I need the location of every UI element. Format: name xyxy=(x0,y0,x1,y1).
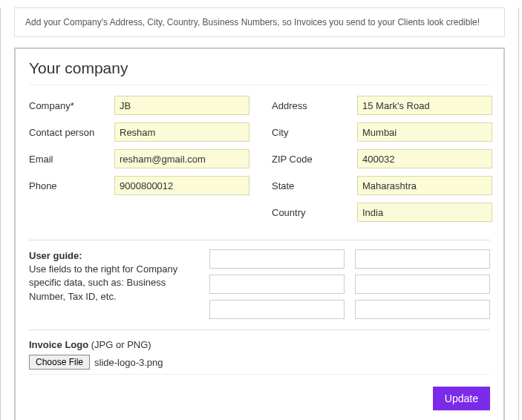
separator-1 xyxy=(29,240,490,240)
logo-label-bold: Invoice Logo xyxy=(29,339,88,350)
left-column: Company* Contact person Email Phone xyxy=(29,96,249,229)
address-row: Address xyxy=(272,96,492,115)
logo-label-rest: (JPG or PNG) xyxy=(88,339,151,350)
country-label: Country xyxy=(272,207,357,218)
email-label: Email xyxy=(29,154,114,165)
contact-person-label: Contact person xyxy=(29,127,114,138)
contact-person-row: Contact person xyxy=(29,122,249,142)
extra-row-3 xyxy=(209,300,490,319)
extra-row-1 xyxy=(209,249,490,269)
user-guide-text: User guide: Use fields to the right for … xyxy=(29,249,187,319)
extra-row-2 xyxy=(209,275,490,294)
phone-input[interactable] xyxy=(114,176,249,195)
form-grid: Company* Contact person Email Phone xyxy=(29,96,490,229)
state-label: State xyxy=(272,180,357,191)
page-container: Add your Company's Address, City, Countr… xyxy=(0,7,519,420)
state-row: State xyxy=(272,176,492,195)
user-guide-row: User guide: Use fields to the right for … xyxy=(29,249,490,319)
panel-title: Your company xyxy=(29,59,490,85)
extra-input-2a[interactable] xyxy=(209,275,345,294)
company-row: Company* xyxy=(29,96,249,115)
extra-input-3a[interactable] xyxy=(209,300,345,319)
company-label: Company* xyxy=(29,100,114,111)
country-row: Country xyxy=(272,203,492,222)
file-row: Choose File slide-logo-3.png xyxy=(29,355,490,370)
selected-file-name: slide-logo-3.png xyxy=(94,357,163,368)
email-row: Email xyxy=(29,149,249,168)
zip-input[interactable] xyxy=(357,149,492,168)
phone-row: Phone xyxy=(29,176,249,195)
action-row: Update xyxy=(29,387,490,410)
logo-label: Invoice Logo (JPG or PNG) xyxy=(29,339,490,350)
extra-input-1b[interactable] xyxy=(355,249,490,269)
address-input[interactable] xyxy=(357,96,492,115)
extra-input-3b[interactable] xyxy=(355,300,490,319)
country-input[interactable] xyxy=(357,203,492,222)
logo-underline xyxy=(29,374,490,375)
right-column: Address City ZIP Code State Country xyxy=(272,96,492,229)
email-input[interactable] xyxy=(114,149,249,168)
address-label: Address xyxy=(272,100,357,111)
contact-person-input[interactable] xyxy=(114,122,249,142)
state-input[interactable] xyxy=(357,176,492,195)
zip-label: ZIP Code xyxy=(272,154,357,165)
info-bar: Add your Company's Address, City, Countr… xyxy=(14,7,505,37)
zip-row: ZIP Code xyxy=(272,149,492,168)
user-guide-desc: Use fields to the right for Company spec… xyxy=(29,263,177,301)
logo-section: Invoice Logo (JPG or PNG) Choose File sl… xyxy=(29,339,490,375)
city-label: City xyxy=(272,127,357,138)
info-text: Add your Company's Address, City, Countr… xyxy=(25,17,480,27)
choose-file-button[interactable]: Choose File xyxy=(29,355,90,370)
company-panel: Your company Company* Contact person Ema… xyxy=(14,47,505,420)
city-row: City xyxy=(272,122,492,142)
user-guide-title: User guide: xyxy=(29,250,82,261)
extra-fields xyxy=(209,249,490,319)
extra-input-1a[interactable] xyxy=(209,249,345,269)
separator-2 xyxy=(29,329,490,330)
update-button[interactable]: Update xyxy=(433,387,490,410)
phone-label: Phone xyxy=(29,180,114,191)
company-input[interactable] xyxy=(114,96,249,115)
extra-input-2b[interactable] xyxy=(355,275,490,294)
city-input[interactable] xyxy=(357,122,492,142)
